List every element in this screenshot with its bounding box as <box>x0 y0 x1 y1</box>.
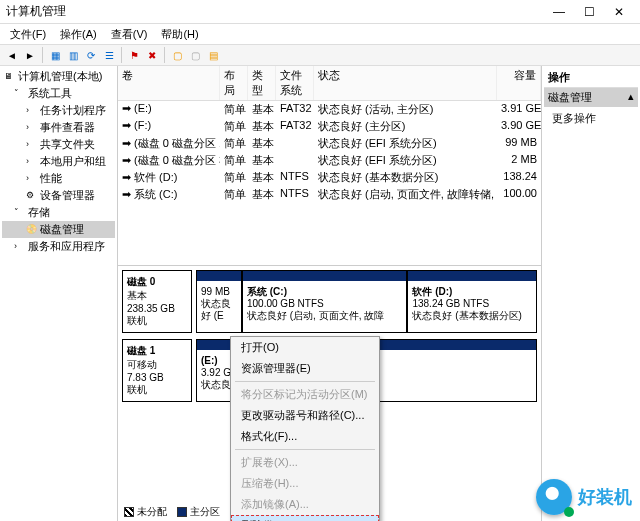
swatch-primary <box>177 507 187 517</box>
disk0-part1[interactable]: 99 MB状态良好 (E <box>196 270 242 333</box>
flag-icon[interactable]: ⚑ <box>126 47 142 63</box>
tree-localusers[interactable]: ›本地用户和组 <box>2 153 115 170</box>
minimize-button[interactable]: — <box>544 2 574 22</box>
tree-eventviewer[interactable]: ›事件查看器 <box>2 119 115 136</box>
toolbar-separator <box>164 47 165 63</box>
ctx-delete-volume[interactable]: 删除卷(D)... <box>231 515 379 521</box>
disk0-part3[interactable]: 软件 (D:)138.24 GB NTFS状态良好 (基本数据分区) <box>407 270 537 333</box>
tree-storage[interactable]: ˅存储 <box>2 204 115 221</box>
volume-row[interactable]: ➡ 软件 (D:)简单基本NTFS状态良好 (基本数据分区)138.24 <box>118 169 541 186</box>
col-capacity[interactable]: 容量 <box>497 66 541 100</box>
watermark-icon <box>536 479 572 515</box>
ctx-change-letter[interactable]: 更改驱动器号和路径(C)... <box>231 405 379 426</box>
ctx-format[interactable]: 格式化(F)... <box>231 426 379 447</box>
computer-icon: 🖥 <box>4 71 16 83</box>
volume-row[interactable]: ➡ (磁盘 0 磁盘分区 1)简单基本状态良好 (EFI 系统分区)99 MB <box>118 135 541 152</box>
toolbar: ◄ ► ▦ ▥ ⟳ ☰ ⚑ ✖ ▢ ▢ ▤ <box>0 44 640 66</box>
doc-icon[interactable]: ▢ <box>169 47 185 63</box>
back-icon[interactable]: ◄ <box>4 47 20 63</box>
volume-row[interactable]: ➡ (磁盘 0 磁盘分区 3)简单基本状态良好 (EFI 系统分区)2 MB <box>118 152 541 169</box>
volume-row[interactable]: ➡ (F:)简单基本FAT32状态良好 (主分区)3.90 GE <box>118 118 541 135</box>
menu-view[interactable]: 查看(V) <box>105 25 154 44</box>
titlebar: 计算机管理 — ☐ ✕ <box>0 0 640 24</box>
col-fs[interactable]: 文件系统 <box>276 66 314 100</box>
volume-row[interactable]: ➡ 系统 (C:)简单基本NTFS状态良好 (启动, 页面文件, 故障转储, 基… <box>118 186 541 203</box>
disk-row-0: 磁盘 0 基本 238.35 GB 联机 99 MB状态良好 (E 系统 (C:… <box>122 270 537 333</box>
disk1-label[interactable]: 磁盘 1 可移动 7.83 GB 联机 <box>122 339 192 402</box>
tree-services[interactable]: ›服务和应用程序 <box>2 238 115 255</box>
menu-file[interactable]: 文件(F) <box>4 25 52 44</box>
col-status[interactable]: 状态 <box>314 66 497 100</box>
tree-taskscheduler[interactable]: ›任务计划程序 <box>2 102 115 119</box>
watermark: 好装机 <box>536 479 632 515</box>
ctx-explorer[interactable]: 资源管理器(E) <box>231 358 379 379</box>
tree-systools[interactable]: ˅系统工具 <box>2 85 115 102</box>
disk0-label[interactable]: 磁盘 0 基本 238.35 GB 联机 <box>122 270 192 333</box>
col-type[interactable]: 类型 <box>248 66 276 100</box>
toolbar-separator <box>121 47 122 63</box>
collapse-icon: ▴ <box>628 90 634 105</box>
watermark-text: 好装机 <box>578 485 632 509</box>
tree-sharedfolders[interactable]: ›共享文件夹 <box>2 136 115 153</box>
ctx-extend: 扩展卷(X)... <box>231 452 379 473</box>
actions-header: 操作 <box>544 68 638 88</box>
window-title: 计算机管理 <box>6 3 544 20</box>
ctx-sep <box>235 449 375 450</box>
perf-icon: › <box>26 173 38 185</box>
clock-icon: › <box>26 105 38 117</box>
context-menu: 打开(O) 资源管理器(E) 将分区标记为活动分区(M) 更改驱动器号和路径(C… <box>230 336 380 521</box>
legend: 未分配 主分区 <box>124 505 220 519</box>
menubar: 文件(F) 操作(A) 查看(V) 帮助(H) <box>0 24 640 44</box>
toolbar-separator <box>42 47 43 63</box>
col-volume[interactable]: 卷 <box>118 66 220 100</box>
refresh-icon[interactable]: ⟳ <box>83 47 99 63</box>
view-icon[interactable]: ▦ <box>47 47 63 63</box>
disk-icon: 📀 <box>26 224 38 236</box>
ctx-shrink: 压缩卷(H)... <box>231 473 379 494</box>
doc2-icon[interactable]: ▢ <box>187 47 203 63</box>
volume-list: 卷 布局 类型 文件系统 状态 容量 ➡ (E:)简单基本FAT32状态良好 (… <box>118 66 541 266</box>
window-controls: — ☐ ✕ <box>544 2 634 22</box>
event-icon: › <box>26 122 38 134</box>
maximize-button[interactable]: ☐ <box>574 2 604 22</box>
tree-diskmgmt[interactable]: 📀磁盘管理 <box>2 221 115 238</box>
prop-icon[interactable]: ☰ <box>101 47 117 63</box>
expand-icon: ˅ <box>14 88 26 100</box>
tree-pane: 🖥计算机管理(本地) ˅系统工具 ›任务计划程序 ›事件查看器 ›共享文件夹 ›… <box>0 66 118 521</box>
ctx-mirror: 添加镜像(A)... <box>231 494 379 515</box>
doc3-icon[interactable]: ▤ <box>205 47 221 63</box>
ctx-mark-active: 将分区标记为活动分区(M) <box>231 384 379 405</box>
volume-header: 卷 布局 类型 文件系统 状态 容量 <box>118 66 541 101</box>
device-icon: ⚙ <box>26 190 38 202</box>
tree-root[interactable]: 🖥计算机管理(本地) <box>2 68 115 85</box>
forward-icon[interactable]: ► <box>22 47 38 63</box>
col-layout[interactable]: 布局 <box>220 66 248 100</box>
actions-pane: 操作 磁盘管理▴ 更多操作 <box>542 66 640 521</box>
menu-help[interactable]: 帮助(H) <box>155 25 204 44</box>
users-icon: › <box>26 156 38 168</box>
expand-icon: › <box>14 241 26 253</box>
close-button[interactable]: ✕ <box>604 2 634 22</box>
actions-more[interactable]: 更多操作 <box>544 107 638 130</box>
delete-icon[interactable]: ✖ <box>144 47 160 63</box>
view2-icon[interactable]: ▥ <box>65 47 81 63</box>
ctx-sep <box>235 381 375 382</box>
volume-row[interactable]: ➡ (E:)简单基本FAT32状态良好 (活动, 主分区)3.91 GE <box>118 101 541 118</box>
disk0-part2[interactable]: 系统 (C:)100.00 GB NTFS状态良好 (启动, 页面文件, 故障 <box>242 270 407 333</box>
ctx-open[interactable]: 打开(O) <box>231 337 379 358</box>
tree-devicemgr[interactable]: ⚙设备管理器 <box>2 187 115 204</box>
menu-action[interactable]: 操作(A) <box>54 25 103 44</box>
swatch-unalloc <box>124 507 134 517</box>
folder-icon: › <box>26 139 38 151</box>
actions-diskmgmt[interactable]: 磁盘管理▴ <box>544 88 638 107</box>
tree-performance[interactable]: ›性能 <box>2 170 115 187</box>
expand-icon: ˅ <box>14 207 26 219</box>
